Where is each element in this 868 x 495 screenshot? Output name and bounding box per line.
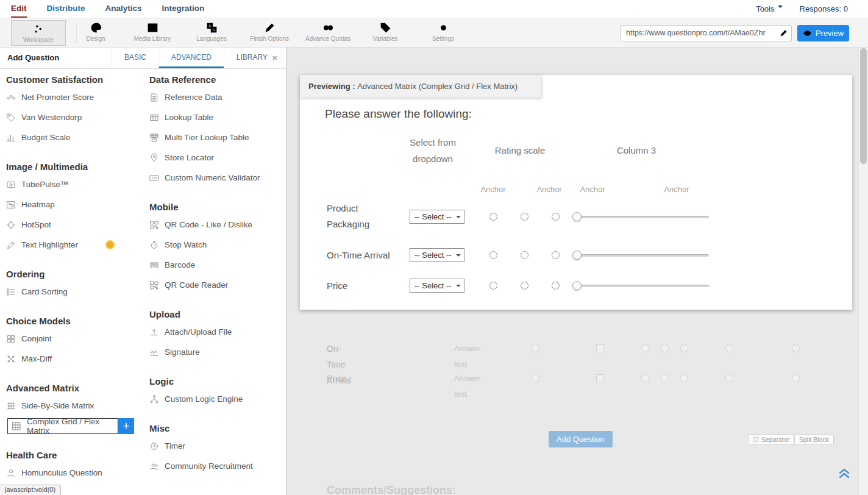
toolbar-settings[interactable]: Settings — [414, 21, 472, 42]
qtype-signature[interactable]: Signature — [149, 342, 285, 362]
timer-icon — [149, 441, 159, 451]
matrix-dots-icon — [6, 401, 16, 411]
gear-icon — [437, 21, 450, 34]
qtype-side-by-side-matrix[interactable]: Side-By-Side Matrix — [6, 396, 145, 416]
qtype-net-promoter-score[interactable]: Net Promoter Score — [6, 87, 145, 107]
qtype-homunculus[interactable]: Homunculus Question — [6, 463, 145, 483]
slider-handle[interactable] — [572, 212, 582, 221]
qtype-community-recruitment[interactable]: Community Recruitment — [149, 456, 285, 476]
qtype-lookup-table[interactable]: Lookup Table — [149, 107, 285, 127]
scroll-to-top-icon[interactable] — [837, 466, 852, 480]
scrollbar-track[interactable] — [858, 48, 868, 495]
checkbox — [596, 344, 604, 352]
qtype-tubepulse[interactable]: TubePulse™ — [6, 174, 145, 194]
radio-button[interactable] — [552, 213, 560, 221]
qtype-custom-logic-engine[interactable]: Custom Logic Engine — [149, 389, 285, 409]
slider-handle[interactable] — [572, 281, 582, 290]
toolbar-workspace[interactable]: Workspace — [11, 20, 66, 46]
toolbar-languages[interactable]: Languages — [182, 21, 241, 42]
toolbar-variables[interactable]: Variables — [356, 21, 414, 42]
barcode-icon — [149, 260, 159, 270]
add-question-panel: Add Question BASIC ADVANCED LIBRARY × Cu… — [0, 48, 286, 495]
select-dropdown[interactable]: -- Select -- — [410, 279, 464, 293]
qtype-card-sorting[interactable]: Card Sorting — [6, 282, 145, 302]
matrix-row-price: Price -- Select -- — [300, 279, 852, 293]
qtype-barcode[interactable]: Barcode — [149, 255, 285, 275]
bar-chart-icon — [6, 133, 16, 143]
anchor-label: Anchor — [664, 185, 689, 194]
nav-tab-distribute[interactable]: Distribute — [47, 0, 85, 18]
highlighter-icon — [6, 240, 16, 250]
nav-tab-edit[interactable]: Edit — [11, 0, 27, 18]
selected-question-type[interactable]: Complex Grid / Flex Matrix — [7, 418, 118, 434]
qtype-qr-like-dislike[interactable]: QR Code - Like / Dislike — [149, 215, 285, 235]
survey-url-field[interactable]: https://www.questionpro.com/t/AMae0Zhr — [621, 25, 792, 41]
section-heading: Customer Satisfaction — [6, 74, 145, 86]
qtype-complex-grid-selected[interactable]: Complex Grid / Flex Matrix + — [6, 416, 145, 436]
comments-label: Comments/Suggestions: — [327, 484, 456, 495]
qtype-timer[interactable]: Timer — [149, 436, 285, 456]
qtype-heatmap[interactable]: Heatmap — [6, 194, 145, 215]
slider-track[interactable] — [573, 254, 709, 257]
tools-menu[interactable]: Tools — [756, 4, 782, 13]
nps-icon — [6, 93, 16, 102]
section-upload: Upload Attach/Upload File Signature — [149, 308, 285, 362]
qtype-stop-watch[interactable]: Stop Watch — [149, 235, 285, 255]
close-icon[interactable]: × — [272, 48, 277, 68]
select-dropdown[interactable]: -- Select -- — [410, 248, 464, 262]
responses-link[interactable]: Responses: 0 — [800, 4, 848, 13]
slider-track[interactable] — [573, 285, 709, 287]
person-icon — [6, 468, 16, 478]
radio-button[interactable] — [552, 251, 560, 259]
select-dropdown[interactable]: -- Select -- — [410, 210, 464, 224]
toolbar-design[interactable]: Design — [66, 21, 125, 42]
radio-button[interactable] — [489, 213, 497, 221]
tab-advanced[interactable]: ADVANCED — [158, 48, 224, 68]
toolbar-media-library[interactable]: Media Library — [123, 21, 182, 42]
radio-button[interactable] — [489, 282, 497, 290]
radio-button[interactable] — [552, 282, 560, 290]
radio-button[interactable] — [521, 282, 528, 290]
radio-button[interactable] — [489, 251, 497, 259]
toolbar-finish-options[interactable]: Finish Options — [240, 21, 299, 42]
qtype-store-locator[interactable]: Store Locator — [149, 148, 285, 168]
qtype-van-westendorp[interactable]: Van Westendorp — [6, 107, 145, 127]
split-block-button[interactable]: Split Block — [794, 434, 834, 445]
qtype-qr-code-reader[interactable]: QR Code Reader — [149, 275, 285, 295]
radio-button — [641, 344, 649, 352]
section-heading: Image / Multimedia — [6, 161, 145, 173]
add-question-type-button[interactable]: + — [118, 418, 134, 434]
radio-button[interactable] — [521, 213, 528, 221]
qtype-text-highlighter[interactable]: Text Highlighter — [6, 235, 145, 255]
radio-button — [680, 344, 688, 352]
radio-button — [725, 374, 733, 382]
matrix-row-product-packaging: Product Packaging -- Select -- — [300, 210, 852, 224]
slider-handle[interactable] — [572, 251, 582, 260]
section-logic: Logic Custom Logic Engine — [149, 376, 285, 409]
separator-button[interactable]: Separator — [748, 434, 794, 445]
scrollbar-thumb[interactable] — [860, 48, 867, 164]
radio-button[interactable] — [521, 251, 528, 259]
quotas-icon — [322, 21, 335, 34]
tab-basic[interactable]: BASIC — [112, 48, 158, 68]
qtype-attach-upload-file[interactable]: Attach/Upload File — [149, 322, 285, 342]
radio-button — [641, 374, 649, 382]
edit-url-pencil-icon[interactable] — [779, 29, 788, 38]
qtype-reference-data[interactable]: Reference Data — [149, 87, 285, 107]
column-header-rating: Rating scale — [495, 142, 546, 158]
slider-track[interactable] — [573, 216, 709, 218]
qtype-hotspot[interactable]: HotSpot — [6, 215, 145, 235]
maxdiff-icon — [6, 354, 16, 364]
qtype-max-diff[interactable]: Max-Diff — [6, 349, 145, 369]
section-heading: Ordering — [6, 268, 145, 280]
nav-tab-analytics[interactable]: Analytics — [105, 0, 142, 18]
qtype-custom-numeric-validator[interactable]: Custom Numeric Validator — [149, 168, 285, 188]
toolbar-advance-quotas[interactable]: Advance Quotas — [299, 21, 357, 42]
qtype-conjoint[interactable]: Conjoint — [6, 329, 145, 349]
qtype-budget-scale[interactable]: Budget Scale — [6, 127, 145, 148]
qtype-multi-tier-lookup-table[interactable]: Multi Tier Lookup Table — [149, 127, 285, 148]
preview-button[interactable]: Preview — [797, 25, 849, 41]
question-title: Please answer the following: — [325, 107, 472, 121]
add-question-button[interactable]: Add Question — [549, 431, 613, 447]
nav-tab-integration[interactable]: Integration — [162, 0, 205, 18]
